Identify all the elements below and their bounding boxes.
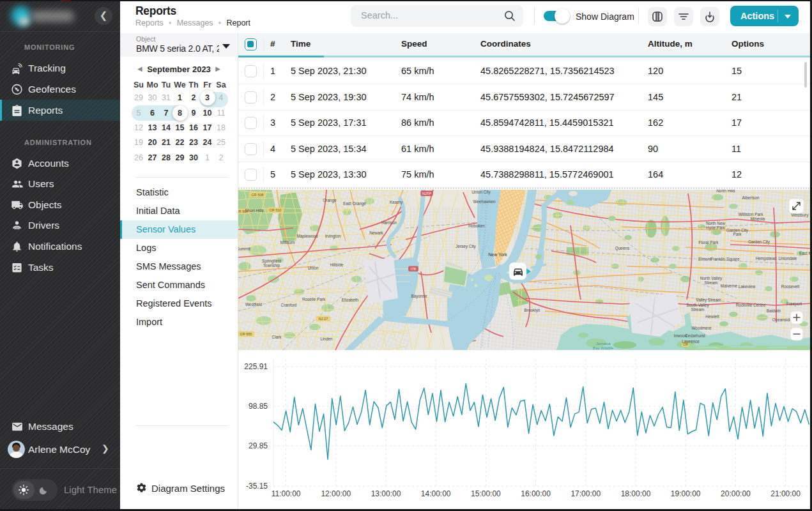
svg-text:15:00:00: 15:00:00 xyxy=(471,489,501,498)
svg-text:Uniondale: Uniondale xyxy=(779,256,797,261)
svg-text:Clark: Clark xyxy=(272,335,282,339)
svg-text:Westfield: Westfield xyxy=(245,302,263,307)
svg-text:Elmont: Elmont xyxy=(698,257,711,261)
svg-text:Valley Stream: Valley Stream xyxy=(696,298,721,303)
svg-text:Freeport: Freeport xyxy=(786,301,802,307)
svg-text:Hyde Park: Hyde Park xyxy=(706,225,726,231)
svg-text:CR 510: CR 510 xyxy=(270,208,282,212)
svg-text:21:00:00: 21:00:00 xyxy=(770,489,801,498)
svg-text:Floral Park: Floral Park xyxy=(699,240,719,245)
svg-text:19:00:00: 19:00:00 xyxy=(671,489,701,498)
svg-text:Orange: Orange xyxy=(323,198,337,203)
svg-text:17:00:00: 17:00:00 xyxy=(571,489,601,498)
svg-text:Stream: Stream xyxy=(705,280,718,285)
svg-text:Lakeview: Lakeview xyxy=(739,284,756,289)
svg-text:Cranford: Cranford xyxy=(281,303,297,307)
svg-text:Baldwin: Baldwin xyxy=(767,309,781,313)
svg-text:225.91: 225.91 xyxy=(244,362,268,371)
svg-text:12:00:00: 12:00:00 xyxy=(321,489,351,498)
svg-text:Cedarhurst: Cedarhurst xyxy=(685,333,705,338)
svg-text:Union: Union xyxy=(308,266,319,270)
svg-text:Jersey City: Jersey City xyxy=(456,244,476,249)
svg-text:Park: Park xyxy=(733,232,742,236)
svg-text:New York: New York xyxy=(488,252,507,257)
svg-text:Lawrence: Lawrence xyxy=(682,339,700,344)
svg-text:18:00:00: 18:00:00 xyxy=(621,489,651,498)
svg-text:Linden: Linden xyxy=(320,337,333,341)
svg-text:98.85: 98.85 xyxy=(249,402,268,411)
svg-text:Bayonne: Bayonne xyxy=(411,294,427,299)
svg-text:Jamaica: Jamaica xyxy=(595,341,611,346)
svg-text:Brooklyn: Brooklyn xyxy=(525,308,540,313)
svg-text:Township: Township xyxy=(263,263,280,268)
svg-text:I78: I78 xyxy=(411,267,416,271)
svg-text:Short Hills: Short Hills xyxy=(245,208,263,213)
svg-text:Albertson: Albertson xyxy=(742,195,760,200)
svg-text:CR 508: CR 508 xyxy=(252,193,264,197)
svg-text:Newark: Newark xyxy=(369,231,383,235)
svg-text:Malverne: Malverne xyxy=(721,284,738,288)
svg-text:13:00:00: 13:00:00 xyxy=(371,489,401,498)
svg-text:North Hills: North Hills xyxy=(716,190,735,193)
svg-text:Bay Wildlife: Bay Wildlife xyxy=(593,346,614,350)
svg-text:Woodmere: Woodmere xyxy=(691,326,712,330)
svg-text:Weehawken: Weehawken xyxy=(473,199,495,204)
svg-text:11:00:00: 11:00:00 xyxy=(272,489,301,498)
svg-text:Kearny: Kearny xyxy=(390,200,403,205)
svg-text:Roosevelt: Roosevelt xyxy=(781,284,800,289)
svg-text:North New: North New xyxy=(706,221,726,225)
svg-text:29.85: 29.85 xyxy=(249,441,268,450)
svg-text:Union City: Union City xyxy=(471,190,491,195)
svg-text:CR 655: CR 655 xyxy=(240,332,252,336)
svg-text:Roselle Park: Roselle Park xyxy=(302,297,326,301)
svg-text:Hewlett: Hewlett xyxy=(705,314,719,319)
svg-text:14:00:00: 14:00:00 xyxy=(421,489,451,498)
svg-text:-35.15: -35.15 xyxy=(246,482,268,491)
svg-text:Elizabeth: Elizabeth xyxy=(342,298,359,302)
svg-text:Mineola: Mineola xyxy=(751,217,765,221)
svg-text:Williston Park: Williston Park xyxy=(739,212,764,217)
svg-text:Franklin Square: Franklin Square xyxy=(710,257,740,262)
svg-text:20:00:00: 20:00:00 xyxy=(721,489,751,498)
svg-text:Hoboken: Hoboken xyxy=(468,224,485,228)
svg-text:16:00:00: 16:00:00 xyxy=(521,489,551,498)
svg-text:Irvington: Irvington xyxy=(325,234,341,239)
svg-text:Rockville Centre: Rockville Centre xyxy=(736,303,766,307)
svg-text:Maplewood: Maplewood xyxy=(297,234,318,239)
svg-text:Stream: Stream xyxy=(691,307,705,312)
svg-text:NJTP: NJTP xyxy=(422,192,431,195)
svg-text:East Orange: East Orange xyxy=(343,201,366,206)
svg-text:Summit: Summit xyxy=(238,247,250,251)
svg-text:Hillside: Hillside xyxy=(330,263,344,267)
svg-text:Garden City: Garden City xyxy=(748,240,770,245)
svg-text:Millburn: Millburn xyxy=(280,240,295,245)
svg-text:Oceanside: Oceanside xyxy=(772,317,792,322)
svg-text:NJ 27: NJ 27 xyxy=(319,317,328,321)
svg-text:Queens: Queens xyxy=(615,246,629,251)
svg-text:Harrison: Harrison xyxy=(381,220,397,225)
svg-text:Hempstead: Hempstead xyxy=(756,256,777,261)
